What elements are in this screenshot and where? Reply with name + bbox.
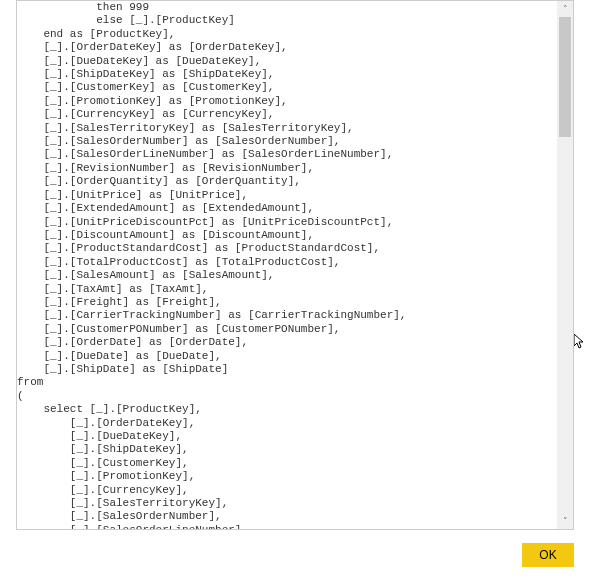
vertical-scrollbar[interactable]: ˄ ˅: [557, 1, 573, 529]
scrollbar-up-button[interactable]: ˄: [557, 1, 573, 17]
scrollbar-thumb[interactable]: [559, 17, 571, 137]
mouse-cursor-icon: [574, 334, 586, 354]
ok-button[interactable]: OK: [522, 543, 574, 567]
scrollbar-down-button[interactable]: ˅: [557, 513, 573, 529]
code-editor-pane: then 999 else [_].[ProductKey] end as [P…: [16, 0, 574, 530]
sql-code-content[interactable]: then 999 else [_].[ProductKey] end as [P…: [17, 1, 573, 530]
